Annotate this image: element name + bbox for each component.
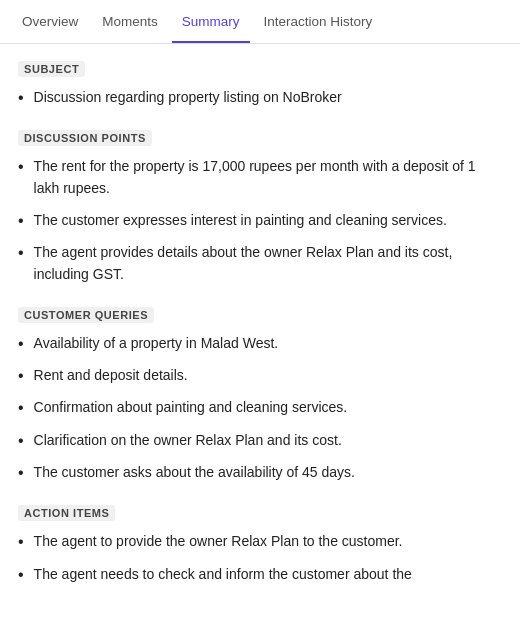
- list-item: The agent to provide the owner Relax Pla…: [18, 531, 502, 553]
- tab-summary[interactable]: Summary: [172, 0, 250, 43]
- section-action-items: ACTION ITEMSThe agent to provide the own…: [18, 504, 502, 586]
- bullet-list-discussion-points: The rent for the property is 17,000 rupe…: [18, 156, 502, 285]
- section-title-discussion-points: DISCUSSION POINTS: [18, 130, 152, 146]
- list-item: The rent for the property is 17,000 rupe…: [18, 156, 502, 199]
- section-discussion-points: DISCUSSION POINTSThe rent for the proper…: [18, 129, 502, 285]
- list-item: Discussion regarding property listing on…: [18, 87, 502, 109]
- section-subject: SUBJECTDiscussion regarding property lis…: [18, 60, 502, 109]
- list-item: The customer asks about the availability…: [18, 462, 502, 484]
- tab-interaction-history[interactable]: Interaction History: [254, 0, 383, 43]
- bullet-list-subject: Discussion regarding property listing on…: [18, 87, 502, 109]
- list-item: Confirmation about painting and cleaning…: [18, 397, 502, 419]
- section-customer-queries: CUSTOMER QUERIESAvailability of a proper…: [18, 306, 502, 485]
- list-item: The agent needs to check and inform the …: [18, 564, 502, 586]
- section-title-subject: SUBJECT: [18, 61, 85, 77]
- section-title-action-items: ACTION ITEMS: [18, 505, 115, 521]
- tab-overview[interactable]: Overview: [12, 0, 88, 43]
- list-item: Rent and deposit details.: [18, 365, 502, 387]
- section-title-customer-queries: CUSTOMER QUERIES: [18, 307, 154, 323]
- content-area: SUBJECTDiscussion regarding property lis…: [0, 44, 520, 624]
- tab-bar: OverviewMomentsSummaryInteraction Histor…: [0, 0, 520, 44]
- list-item: The customer expresses interest in paint…: [18, 210, 502, 232]
- list-item: Availability of a property in Malad West…: [18, 333, 502, 355]
- list-item: Clarification on the owner Relax Plan an…: [18, 430, 502, 452]
- bullet-list-action-items: The agent to provide the owner Relax Pla…: [18, 531, 502, 586]
- tab-moments[interactable]: Moments: [92, 0, 168, 43]
- bullet-list-customer-queries: Availability of a property in Malad West…: [18, 333, 502, 485]
- list-item: The agent provides details about the own…: [18, 242, 502, 285]
